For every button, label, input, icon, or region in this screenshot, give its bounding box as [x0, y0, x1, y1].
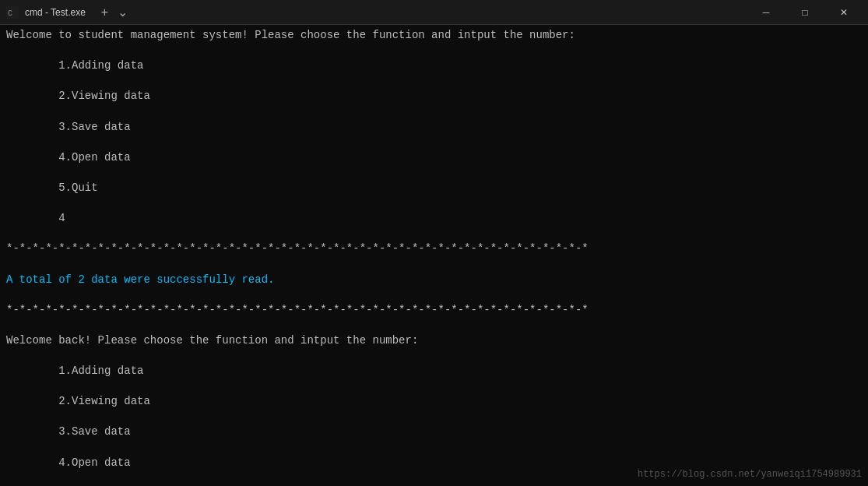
menu2-item3: 3.Save data [6, 424, 862, 440]
dropdown-button[interactable]: ⌄ [114, 6, 131, 19]
minimize-button[interactable]: ─ [748, 0, 784, 25]
add-tab-button[interactable]: + [98, 6, 111, 19]
menu1-item3: 3.Save data [6, 120, 862, 136]
user-input-1: 4 [6, 211, 862, 227]
menu1-item5: 5.Quit [6, 181, 862, 196]
status-line: A total of 2 data were successfully read… [6, 273, 862, 288]
console-area: Welcome to student management system! Pl… [0, 25, 868, 486]
console-output: Welcome to student management system! Pl… [6, 28, 862, 486]
svg-text:C: C [8, 9, 12, 18]
app-icon: C [6, 6, 19, 19]
watermark: https://blog.csdn.net/yanweiqi1754989931 [638, 469, 862, 480]
welcome-line-1: Welcome to student management system! Pl… [6, 28, 862, 44]
separator-bottom: *-*-*-*-*-*-*-*-*-*-*-*-*-*-*-*-*-*-*-*-… [6, 303, 862, 319]
welcome-line-2: Welcome back! Please choose the function… [6, 333, 862, 349]
menu1-item4: 4.Open data [6, 150, 862, 166]
maximize-button[interactable]: □ [787, 0, 823, 25]
separator-top: *-*-*-*-*-*-*-*-*-*-*-*-*-*-*-*-*-*-*-*-… [6, 241, 862, 257]
menu2-item2: 2.Viewing data [6, 394, 862, 410]
close-button[interactable]: ✕ [826, 0, 862, 25]
menu1-item2: 2.Viewing data [6, 89, 862, 104]
window-title: cmd - Test.exe [25, 7, 86, 18]
menu1-item1: 1.Adding data [6, 58, 862, 74]
title-bar: C cmd - Test.exe + ⌄ ─ □ ✕ [0, 0, 868, 25]
menu2-item1: 1.Adding data [6, 364, 862, 379]
